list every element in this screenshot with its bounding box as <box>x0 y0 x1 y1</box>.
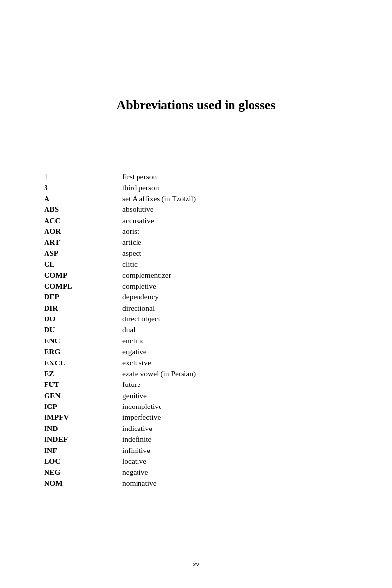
abbreviation-cell: ASP <box>44 248 122 259</box>
abbreviation-cell: EXCL <box>44 357 122 368</box>
table-row: DUdual <box>44 324 348 335</box>
abbreviation-cell: ABS <box>44 204 122 215</box>
table-row: IMPFVimperfective <box>44 412 348 423</box>
abbreviation-cell: CL <box>44 259 122 270</box>
table-row: COMPcomplementizer <box>44 270 348 280</box>
definition-cell: aspect <box>122 248 348 259</box>
abbreviation-cell: DU <box>44 324 122 335</box>
table-row: ENCenclitic <box>44 336 348 346</box>
abbreviations-table: 1first person3third personAset A affixes… <box>44 171 348 489</box>
definition-cell: indicative <box>122 423 348 434</box>
definition-cell: imperfective <box>122 412 348 423</box>
definition-cell: dual <box>122 324 348 335</box>
table-row: EXCLexclusive <box>44 357 348 368</box>
definition-cell: aorist <box>122 226 348 237</box>
table-row: INFinfinitive <box>44 445 348 455</box>
definition-cell: accusative <box>122 215 348 226</box>
abbreviation-cell: NOM <box>44 478 122 489</box>
abbreviation-cell: ENC <box>44 336 122 346</box>
table-row: NOMnominative <box>44 478 348 489</box>
page-title: Abbreviations used in glosses <box>44 98 348 113</box>
abbreviation-cell: IMPFV <box>44 412 122 423</box>
table-row: CLclitic <box>44 259 348 270</box>
abbreviation-cell: A <box>44 193 122 204</box>
abbreviation-cell: LOC <box>44 456 122 467</box>
abbreviation-cell: AOR <box>44 226 122 237</box>
table-row: ARTarticle <box>44 237 348 248</box>
abbreviation-cell: IND <box>44 423 122 434</box>
abbreviation-cell: DEP <box>44 292 122 302</box>
table-row: ASPaspect <box>44 248 348 259</box>
definition-cell: ezafe vowel (in Persian) <box>122 368 348 379</box>
table-row: INDEFindefinite <box>44 434 348 445</box>
table-row: ERGergative <box>44 346 348 357</box>
abbreviation-cell: 1 <box>44 171 122 182</box>
definition-cell: infinitive <box>122 445 348 455</box>
abbreviation-cell: NEG <box>44 467 122 477</box>
table-row: COMPLcompletive <box>44 281 348 292</box>
table-row: LOClocative <box>44 456 348 467</box>
table-row: INDindicative <box>44 423 348 434</box>
table-row: GENgenitive <box>44 390 348 401</box>
table-row: ICPincompletive <box>44 401 348 412</box>
definition-cell: absolutive <box>122 204 348 215</box>
abbreviation-cell: DIR <box>44 303 122 314</box>
definition-cell: clitic <box>122 259 348 270</box>
definition-cell: incompletive <box>122 401 348 412</box>
page: Abbreviations used in glosses 1first per… <box>0 0 392 588</box>
table-row: AORaorist <box>44 226 348 237</box>
table-row: FUTfuture <box>44 379 348 390</box>
table-row: ACCaccusative <box>44 215 348 226</box>
abbreviation-cell: COMPL <box>44 281 122 292</box>
abbreviation-cell: EZ <box>44 368 122 379</box>
abbreviation-cell: ERG <box>44 346 122 357</box>
definition-cell: complementizer <box>122 270 348 280</box>
definition-cell: third person <box>122 182 348 193</box>
abbreviation-cell: DO <box>44 314 122 324</box>
definition-cell: enclitic <box>122 336 348 346</box>
table-row: 3third person <box>44 182 348 193</box>
definition-cell: future <box>122 379 348 390</box>
definition-cell: dependency <box>122 292 348 302</box>
table-row: EZezafe vowel (in Persian) <box>44 368 348 379</box>
definition-cell: completive <box>122 281 348 292</box>
table-row: Aset A affixes (in Tzotzil) <box>44 193 348 204</box>
abbreviation-cell: ICP <box>44 401 122 412</box>
abbreviation-cell: ACC <box>44 215 122 226</box>
definition-cell: direct object <box>122 314 348 324</box>
page-number: xv <box>193 561 199 568</box>
definition-cell: ergative <box>122 346 348 357</box>
definition-cell: nominative <box>122 478 348 489</box>
definition-cell: directional <box>122 303 348 314</box>
definition-cell: exclusive <box>122 357 348 368</box>
definition-cell: first person <box>122 171 348 182</box>
table-row: DIRdirectional <box>44 303 348 314</box>
definition-cell: negative <box>122 467 348 477</box>
table-row: ABSabsolutive <box>44 204 348 215</box>
abbreviation-cell: INF <box>44 445 122 455</box>
table-row: DEPdependency <box>44 292 348 302</box>
abbreviation-cell: COMP <box>44 270 122 280</box>
definition-cell: locative <box>122 456 348 467</box>
abbreviation-cell: INDEF <box>44 434 122 445</box>
table-row: 1first person <box>44 171 348 182</box>
definition-cell: genitive <box>122 390 348 401</box>
table-row: DOdirect object <box>44 314 348 324</box>
definition-cell: article <box>122 237 348 248</box>
abbreviation-cell: 3 <box>44 182 122 193</box>
definition-cell: indefinite <box>122 434 348 445</box>
abbreviation-cell: FUT <box>44 379 122 390</box>
table-row: NEGnegative <box>44 467 348 477</box>
abbreviation-cell: GEN <box>44 390 122 401</box>
definition-cell: set A affixes (in Tzotzil) <box>122 193 348 204</box>
abbreviation-cell: ART <box>44 237 122 248</box>
